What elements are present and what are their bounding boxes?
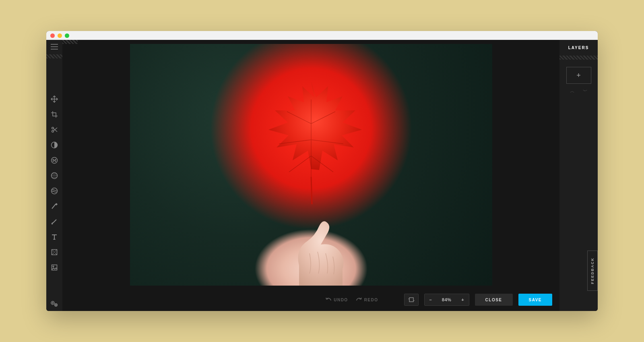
image-icon (51, 264, 58, 271)
svg-point-6 (52, 131, 54, 133)
undo-icon (326, 297, 331, 302)
tool-list (50, 58, 59, 311)
svg-point-17 (52, 188, 58, 194)
liquify-icon (51, 187, 58, 195)
app-body: UNDO REDO – 84% + CLOSE SAVE (46, 40, 598, 311)
tool-draw[interactable] (50, 217, 59, 226)
text-icon (51, 233, 58, 240)
svg-point-12 (55, 159, 56, 160)
action-bar: UNDO REDO – 84% + CLOSE SAVE (62, 291, 559, 311)
svg-rect-30 (409, 298, 413, 302)
tool-adjust[interactable] (50, 141, 59, 149)
window-minimize-button[interactable] (58, 33, 62, 38)
elements-icon (51, 249, 58, 256)
undo-button[interactable]: UNDO (326, 297, 348, 302)
filters-icon (51, 172, 58, 179)
svg-line-29 (311, 177, 312, 204)
stage-divider (62, 40, 78, 44)
hand-graphic (271, 213, 351, 286)
redo-label: REDO (364, 298, 378, 302)
feedback-tab[interactable]: FEEDBACK (587, 251, 598, 291)
left-sidebar (46, 40, 62, 311)
move-icon (51, 95, 58, 103)
layer-down-button[interactable]: ﹀ (583, 88, 588, 95)
layer-order-controls: ︿ ﹀ (570, 88, 588, 95)
scissors-icon (51, 126, 58, 133)
crop-arrange-icon (408, 296, 415, 303)
retouch-icon (51, 203, 58, 210)
tool-liquify[interactable] (50, 187, 59, 195)
svg-point-5 (52, 127, 54, 129)
redo-icon (356, 297, 362, 302)
layer-up-button[interactable]: ︿ (570, 88, 575, 95)
effects-icon (51, 157, 58, 164)
tool-frames[interactable] (50, 263, 59, 272)
zoom-control: – 84% + (424, 294, 469, 306)
menu-button[interactable] (46, 40, 62, 54)
svg-point-18 (52, 223, 53, 225)
window-titlebar (46, 31, 598, 40)
right-panel: LAYERS + ︿ ﹀ FEEDBACK (559, 40, 598, 311)
svg-point-28 (56, 305, 56, 305)
canvas-area (62, 44, 559, 291)
tool-crop[interactable] (50, 110, 59, 119)
window-close-button[interactable] (50, 33, 55, 38)
zoom-value[interactable]: 84% (437, 294, 457, 305)
svg-point-25 (51, 301, 54, 305)
settings-button[interactable] (46, 301, 62, 307)
redo-button[interactable]: REDO (356, 297, 378, 302)
zoom-out-button[interactable]: – (425, 294, 437, 305)
svg-point-26 (52, 303, 54, 304)
tool-move[interactable] (50, 95, 59, 104)
tool-cut[interactable] (50, 125, 59, 134)
add-layer-button[interactable]: + (566, 67, 591, 84)
crop-arrange-button[interactable] (404, 294, 419, 306)
tool-elements[interactable] (50, 248, 59, 257)
tool-retouch[interactable] (50, 202, 59, 211)
app-window: UNDO REDO – 84% + CLOSE SAVE (46, 31, 598, 311)
svg-point-11 (53, 159, 54, 160)
brush-icon (51, 218, 58, 225)
hamburger-icon (51, 44, 58, 50)
svg-point-14 (55, 161, 56, 162)
tool-effects[interactable] (50, 156, 59, 165)
window-maximize-button[interactable] (65, 33, 69, 38)
tool-filters[interactable] (50, 171, 59, 180)
sidebar-divider (46, 54, 62, 58)
history-controls: UNDO REDO (326, 297, 378, 302)
svg-point-27 (55, 304, 57, 306)
undo-label: UNDO (334, 298, 348, 302)
zoom-in-button[interactable]: + (457, 294, 469, 305)
right-divider (559, 56, 598, 60)
crop-icon (51, 111, 58, 118)
close-button[interactable]: CLOSE (475, 294, 513, 306)
gears-icon (50, 301, 58, 307)
svg-point-13 (53, 161, 54, 162)
layers-title: LAYERS (568, 40, 589, 56)
adjust-icon (51, 141, 58, 149)
save-button[interactable]: SAVE (518, 294, 553, 306)
leaf-graphic (243, 75, 380, 204)
stage: UNDO REDO – 84% + CLOSE SAVE (62, 40, 559, 311)
svg-point-15 (54, 160, 55, 161)
canvas[interactable] (130, 44, 492, 286)
svg-point-24 (53, 266, 54, 267)
tool-text[interactable] (50, 232, 59, 241)
